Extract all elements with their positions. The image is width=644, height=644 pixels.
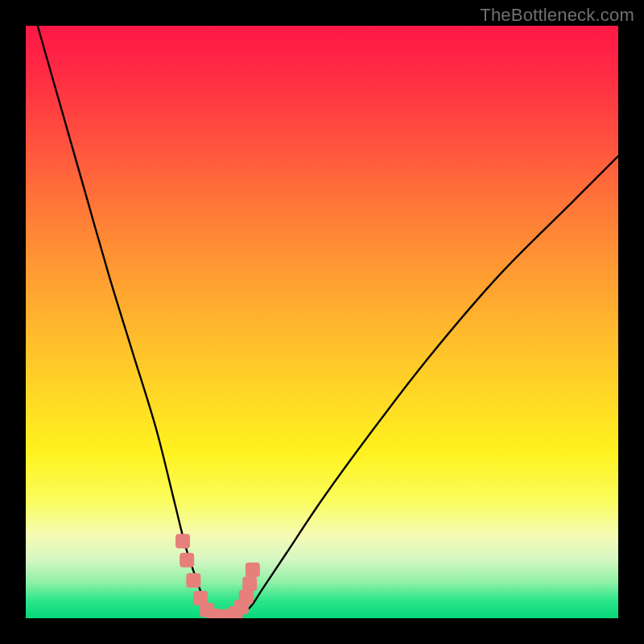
watermark-text: TheBottleneck.com [480,5,634,26]
highlight-marker [180,553,194,568]
highlight-markers [26,26,618,618]
highlight-marker [175,534,190,548]
highlight-marker [239,590,254,605]
highlight-marker [186,573,200,588]
plot-area [26,26,618,618]
highlight-marker [242,576,257,591]
highlight-marker [246,563,260,577]
chart-frame: TheBottleneck.com [0,0,644,644]
